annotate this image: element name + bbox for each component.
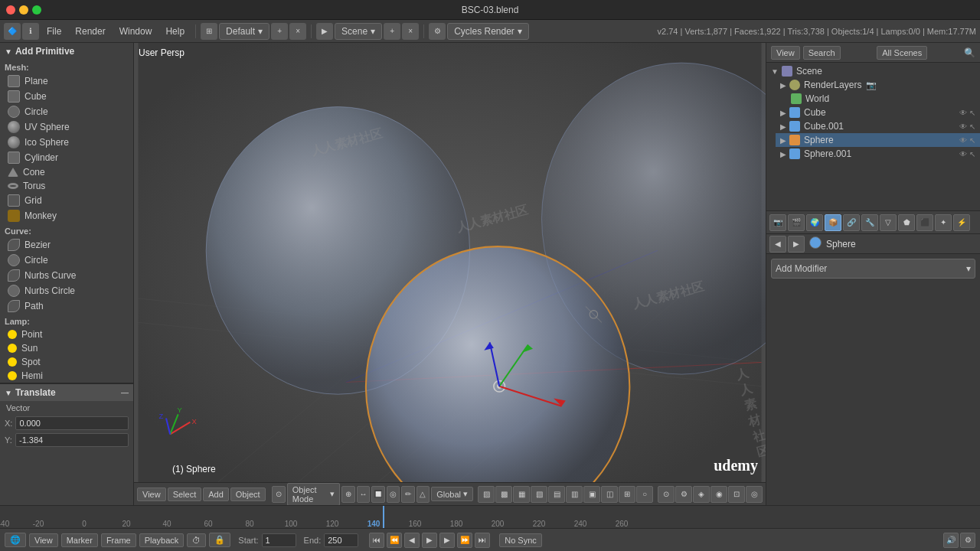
outliner-view-btn[interactable]: View xyxy=(771,46,800,60)
mesh-grid[interactable]: Grid xyxy=(0,193,133,208)
next-frame-btn[interactable]: ▶ xyxy=(439,533,455,548)
curve-bezier[interactable]: Bezier xyxy=(0,237,133,253)
jump-end-btn[interactable]: ⏭ xyxy=(475,533,490,548)
render-icon-7[interactable]: ▣ xyxy=(583,486,600,503)
constraints-icon[interactable]: 🔗 xyxy=(843,214,860,231)
lock-icon[interactable]: 🔒 xyxy=(209,533,230,547)
prev-frame-btn[interactable]: ◀ xyxy=(404,533,420,548)
x-value-input[interactable] xyxy=(15,416,129,430)
texture-props-icon[interactable]: ⬛ xyxy=(916,214,933,231)
mac-window-controls[interactable] xyxy=(6,5,41,15)
outliner-world[interactable]: World xyxy=(776,92,980,106)
next-keyframe-btn[interactable]: ⏩ xyxy=(457,533,472,548)
particles-icon[interactable]: ✦ xyxy=(935,214,952,231)
minimize-button[interactable] xyxy=(19,5,28,15)
y-value-input[interactable] xyxy=(15,433,129,447)
prev-keyframe-btn[interactable]: ⏪ xyxy=(387,533,402,548)
render-icon-9[interactable]: ⊞ xyxy=(619,486,635,503)
menu-window[interactable]: Window xyxy=(113,24,158,39)
no-sync-btn[interactable]: No Sync xyxy=(499,533,542,547)
world-props-icon[interactable]: 🌍 xyxy=(806,214,823,231)
play-btn[interactable]: ▶ xyxy=(422,533,437,548)
mode-dropdown[interactable]: Object Mode ▾ xyxy=(287,483,340,506)
bottom-playback-btn[interactable]: Playback xyxy=(139,533,185,547)
scene-dropdown[interactable]: Scene ▾ xyxy=(335,23,382,40)
outliner-scene[interactable]: ▼ Scene xyxy=(766,64,980,78)
add-modifier-button[interactable]: Add Modifier ▾ xyxy=(771,259,975,279)
render-icon[interactable]: ▶ xyxy=(316,23,333,40)
lamp-hemi[interactable]: Hemi xyxy=(0,369,133,383)
material-props-icon[interactable]: ⬟ xyxy=(898,214,915,231)
mesh-torus[interactable]: Torus xyxy=(0,179,133,193)
extra-icon-5[interactable]: ⊡ xyxy=(728,486,745,503)
clock-icon[interactable]: ⏱ xyxy=(187,533,206,547)
mesh-uvsphere[interactable]: UV Sphere xyxy=(0,119,133,135)
render-icon-2[interactable]: ▩ xyxy=(495,486,512,503)
proportional-icon[interactable]: ◎ xyxy=(387,486,400,503)
mesh-cylinder[interactable]: Cylinder xyxy=(0,150,133,165)
engine-icon[interactable]: ⚙ xyxy=(429,23,446,40)
end-frame-input[interactable] xyxy=(324,533,358,547)
bottom-marker-btn[interactable]: Marker xyxy=(61,533,98,547)
render-icon-5[interactable]: ▤ xyxy=(548,486,565,503)
search-icon[interactable]: 🔍 xyxy=(964,47,975,58)
settings-icon[interactable]: ⚙ xyxy=(960,533,975,548)
outliner-sphere[interactable]: ▶ Sphere 👁 ↖ xyxy=(776,133,980,147)
props-nav-forward[interactable]: ▶ xyxy=(788,236,805,253)
render-icon-8[interactable]: ◫ xyxy=(601,486,618,503)
translate-header[interactable]: ▼ Translate — xyxy=(0,384,133,401)
menu-file[interactable]: File xyxy=(41,24,67,39)
menu-help[interactable]: Help xyxy=(159,24,191,39)
layout-dropdown[interactable]: Default ▾ xyxy=(219,23,270,40)
audio-icon[interactable]: 🔊 xyxy=(943,533,959,548)
outliner-scenes-dropdown[interactable]: All Scenes xyxy=(877,46,927,60)
sculpt-icon[interactable]: ✏ xyxy=(401,486,415,503)
view-menu-btn[interactable]: View xyxy=(137,487,166,501)
manipulator-icon[interactable]: ↔ xyxy=(357,486,371,503)
mesh-circle[interactable]: Circle xyxy=(0,104,133,119)
blender-icon[interactable]: 🔷 xyxy=(4,23,21,40)
render-icon-1[interactable]: ▨ xyxy=(478,486,495,503)
mesh-cone[interactable]: Cone xyxy=(0,165,133,179)
object-props-icon[interactable]: 📦 xyxy=(825,214,841,231)
start-frame-input[interactable] xyxy=(262,533,296,547)
no-sync-dropdown[interactable]: No Sync xyxy=(499,533,542,547)
timeline-ruler[interactable]: -40 -20 0 20 40 60 80 100 120 140 160 18… xyxy=(0,506,980,528)
curve-circle[interactable]: Circle xyxy=(0,253,133,268)
maximize-button[interactable] xyxy=(32,5,41,15)
extra-icon-6[interactable]: ◎ xyxy=(746,486,763,503)
object-menu-btn[interactable]: Object xyxy=(230,487,266,501)
outliner-search-btn[interactable]: Search xyxy=(803,46,841,60)
add-primitive-header[interactable]: ▼ Add Primitive xyxy=(0,43,133,60)
select-menu-btn[interactable]: Select xyxy=(168,487,202,501)
remove-screen-icon[interactable]: × xyxy=(289,23,306,40)
curve-path[interactable]: Path xyxy=(0,298,133,314)
curve-nurbs[interactable]: Nurbs Curve xyxy=(0,268,133,283)
collapse-btn[interactable]: — xyxy=(121,389,129,397)
snap-icon[interactable]: 🔲 xyxy=(371,486,385,503)
pivot-icon[interactable]: ⊕ xyxy=(341,486,355,503)
add-screen-icon[interactable]: + xyxy=(271,23,288,40)
data-props-icon[interactable]: ▽ xyxy=(880,214,897,231)
outliner-cube001[interactable]: ▶ Cube.001 👁 ↖ xyxy=(776,119,980,133)
close-button[interactable] xyxy=(6,5,15,15)
lamp-point[interactable]: Point xyxy=(0,328,133,341)
render-icon-4[interactable]: ▧ xyxy=(531,486,547,503)
mesh-monkey[interactable]: Monkey xyxy=(0,208,133,223)
viewport[interactable]: User Persp xyxy=(134,43,766,505)
mesh-cube[interactable]: Cube xyxy=(0,89,133,104)
engine-dropdown[interactable]: Cycles Render ▾ xyxy=(447,23,529,40)
render-icon-3[interactable]: ▦ xyxy=(513,486,530,503)
editor-type-icon[interactable]: ⊞ xyxy=(201,23,217,40)
mesh-icosphere[interactable]: Ico Sphere xyxy=(0,135,133,150)
vertex-icon[interactable]: △ xyxy=(416,486,430,503)
extra-icon-3[interactable]: ◈ xyxy=(693,486,710,503)
outliner-sphere001[interactable]: ▶ Sphere.001 👁 ↖ xyxy=(776,147,980,161)
mesh-plane[interactable]: Plane xyxy=(0,73,133,89)
menu-render[interactable]: Render xyxy=(69,24,111,39)
props-nav-back[interactable]: ◀ xyxy=(769,236,786,253)
bottom-frame-btn[interactable]: Frame xyxy=(101,533,136,547)
lamp-spot[interactable]: Spot xyxy=(0,355,133,369)
outliner-renderlayers[interactable]: ▶ RenderLayers 📷 xyxy=(776,78,980,92)
physics-icon[interactable]: ⚡ xyxy=(953,214,970,231)
